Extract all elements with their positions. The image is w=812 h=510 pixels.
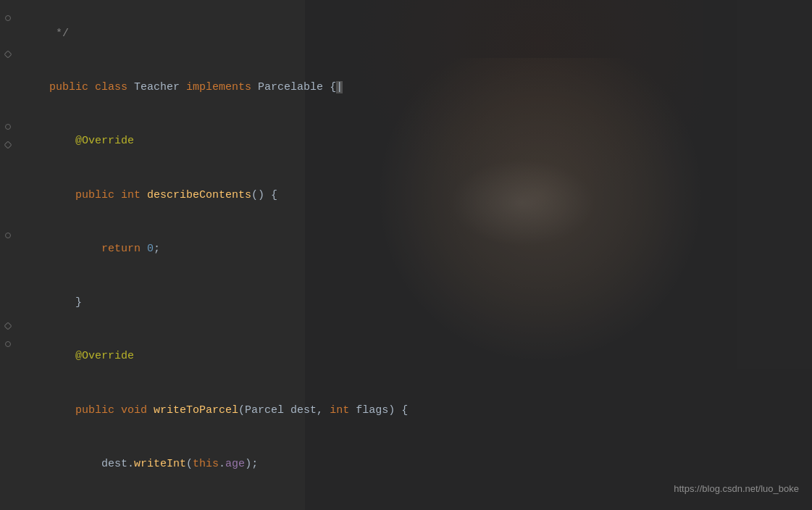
code-editor: */ public class Teacher implements Parce… [16, 0, 812, 510]
comment-token: */ [49, 28, 69, 40]
code-line-4: public int describeContents() { [23, 169, 805, 222]
code-line-7: @Override [23, 330, 805, 384]
left-gutter [0, 0, 16, 510]
code-line-6: } [23, 276, 805, 330]
code-line-1: */ [23, 7, 805, 61]
url-label: https://blog.csdn.net/luo_boke [674, 482, 799, 497]
code-line-5: return 0; [23, 222, 805, 276]
code-line-2: public class Teacher implements Parcelab… [23, 61, 805, 114]
code-line-8: public void writeToParcel(Parcel dest, i… [23, 384, 805, 438]
code-line-3: @Override [23, 115, 805, 169]
